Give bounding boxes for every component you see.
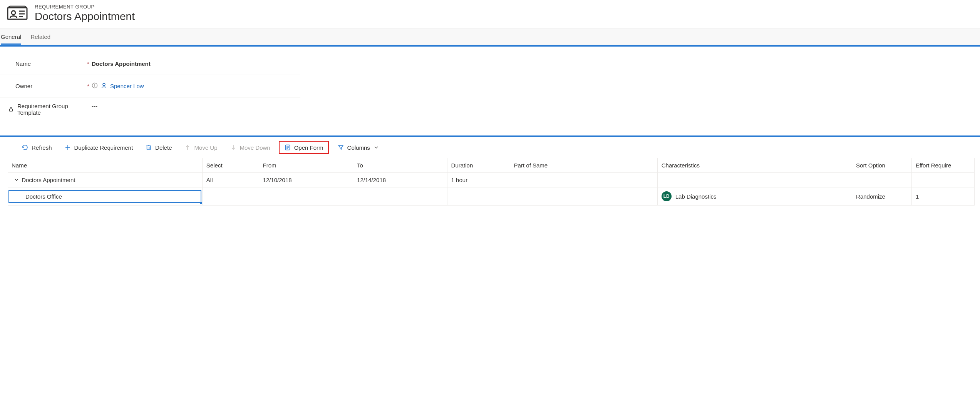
delete-button[interactable]: Delete: [143, 142, 174, 152]
cell-name[interactable]: Doctors Appointment: [8, 173, 202, 187]
filter-icon: [337, 144, 344, 151]
cell-effort-required[interactable]: 1: [911, 187, 974, 206]
subgrid-section: Refresh Duplicate Requirement Delete Mov…: [0, 135, 980, 206]
svg-rect-9: [10, 109, 13, 111]
cell-sort-option[interactable]: [852, 173, 912, 187]
chevron-down-icon: [374, 144, 379, 151]
lock-icon: [8, 106, 13, 113]
cell-effort-required[interactable]: [911, 173, 974, 187]
field-template: Requirement Group Template ---: [0, 97, 300, 120]
cell-select[interactable]: All: [202, 173, 259, 187]
field-owner[interactable]: Owner * Spencer Low: [0, 75, 300, 97]
cell-duration[interactable]: [447, 187, 510, 206]
grid-header-row: Name Select From To Duration Part of Sam…: [8, 158, 975, 173]
cell-to[interactable]: [353, 187, 447, 206]
field-name-value[interactable]: Doctors Appointment: [92, 60, 151, 67]
cell-name[interactable]: Doctors Office: [8, 187, 202, 206]
tab-related[interactable]: Related: [30, 28, 50, 45]
col-header-part-of-same[interactable]: Part of Same: [510, 158, 657, 173]
cell-select[interactable]: [202, 187, 259, 206]
cell-part-of-same[interactable]: [510, 173, 657, 187]
info-icon: [92, 82, 98, 90]
col-header-sort-option[interactable]: Sort Option: [852, 158, 912, 173]
cell-to[interactable]: 12/14/2018: [353, 173, 447, 187]
form-icon: [284, 144, 291, 151]
field-name-label: Name: [15, 60, 85, 67]
duplicate-button[interactable]: Duplicate Requirement: [62, 142, 136, 152]
svg-point-8: [103, 84, 105, 86]
page-title: Doctors Appointment: [35, 10, 135, 23]
requirements-grid: Name Select From To Duration Part of Sam…: [8, 158, 975, 206]
move-down-button: Move Down: [228, 142, 273, 152]
field-template-label: Requirement Group Template: [15, 103, 85, 116]
field-template-value: ---: [92, 103, 97, 109]
required-marker: *: [85, 83, 92, 89]
tab-bar: General Related: [0, 28, 980, 45]
col-header-characteristics[interactable]: Characteristics: [657, 158, 852, 173]
cell-from[interactable]: [259, 187, 353, 206]
plus-icon: [64, 144, 71, 151]
caret-expanded-icon[interactable]: [13, 177, 20, 183]
grid-row[interactable]: Doctors Appointment All 12/10/2018 12/14…: [8, 173, 975, 187]
open-form-button[interactable]: Open Form: [280, 142, 327, 152]
col-header-to[interactable]: To: [353, 158, 447, 173]
characteristic-badge: LD: [662, 191, 672, 201]
field-name[interactable]: Name * Doctors Appointment: [0, 53, 300, 75]
refresh-button[interactable]: Refresh: [19, 142, 54, 152]
col-header-from[interactable]: From: [259, 158, 353, 173]
arrow-up-icon: [184, 144, 191, 151]
svg-rect-12: [147, 146, 151, 150]
cell-characteristics[interactable]: [657, 173, 852, 187]
arrow-down-icon: [230, 144, 237, 151]
grid-row[interactable]: Doctors Office LD Lab Diagnostics: [8, 187, 975, 206]
form-section-general: Name * Doctors Appointment Owner * Spenc…: [0, 45, 980, 132]
col-header-effort-required[interactable]: Effort Require: [911, 158, 974, 173]
svg-point-1: [12, 11, 15, 15]
col-header-duration[interactable]: Duration: [447, 158, 510, 173]
cell-part-of-same[interactable]: [510, 187, 657, 206]
field-owner-value[interactable]: Spencer Low: [92, 82, 144, 90]
svg-point-6: [94, 84, 95, 85]
required-marker: *: [85, 60, 92, 67]
cell-characteristics[interactable]: LD Lab Diagnostics: [657, 187, 852, 206]
trash-icon: [145, 144, 152, 151]
col-header-name[interactable]: Name: [8, 158, 202, 173]
cell-sort-option[interactable]: Randomize: [852, 187, 912, 206]
svg-rect-7: [94, 85, 95, 87]
page-header: REQUIREMENT GROUP Doctors Appointment: [0, 0, 980, 28]
entity-icon: [7, 5, 28, 22]
owner-link[interactable]: Spencer Low: [110, 83, 144, 89]
person-icon: [101, 82, 107, 90]
subgrid-toolbar: Refresh Duplicate Requirement Delete Mov…: [0, 137, 980, 158]
characteristic-text: Lab Diagnostics: [675, 193, 717, 200]
tab-general[interactable]: General: [1, 28, 21, 45]
cell-from[interactable]: 12/10/2018: [259, 173, 353, 187]
cell-duration[interactable]: 1 hour: [447, 173, 510, 187]
entity-type-label: REQUIREMENT GROUP: [35, 4, 135, 10]
move-up-button: Move Up: [182, 142, 219, 152]
field-owner-label: Owner: [15, 83, 85, 89]
columns-button[interactable]: Columns: [335, 142, 381, 152]
refresh-icon: [22, 144, 28, 151]
col-header-select[interactable]: Select: [202, 158, 259, 173]
